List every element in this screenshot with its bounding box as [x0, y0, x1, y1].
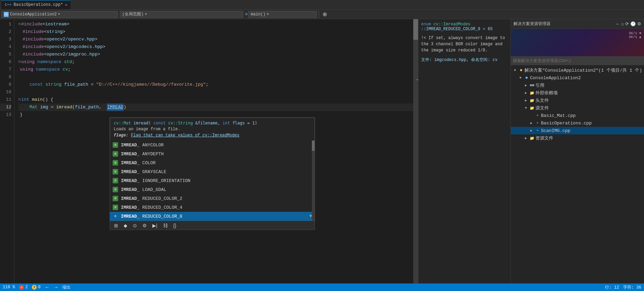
- headers-expand-icon[interactable]: ▶: [523, 98, 529, 102]
- tree-solution[interactable]: ▼ ■ 解决方案"ConsoleApplication2"(1 个项目/共 1 …: [511, 66, 644, 74]
- sidebar-actions: ← ⌂ ⟳ 🕐 ⚙: [615, 21, 641, 26]
- references-expand-icon[interactable]: ▶: [523, 83, 529, 87]
- tree-project[interactable]: ▼ ■ ConsoleApplication2: [511, 74, 644, 82]
- ac-item-1[interactable]: ≡ IMREAD_ANYDEPTH: [110, 149, 315, 158]
- tree-basic-mat[interactable]: + Basic_Mat.cpp: [511, 112, 644, 119]
- toolbar-add-button[interactable]: ⊕: [321, 10, 328, 18]
- code-line-9: const string file_path = "D://C++//kingj…: [18, 81, 413, 88]
- ext-deps-label: 外部依赖项: [535, 90, 558, 96]
- resources-expand-icon[interactable]: ▶: [523, 136, 529, 140]
- tab-close-button[interactable]: ✕: [65, 3, 67, 7]
- sidebar-settings-button[interactable]: ⚙: [637, 21, 641, 26]
- tree-external-deps[interactable]: ▶ 📁 外部依赖项: [511, 89, 644, 97]
- tree-headers[interactable]: ▶ 📁 头文件: [511, 97, 644, 104]
- code-container: 1 2 3 4 5 6 7 8 9 10 11 12 13 ⊟ #include…: [0, 19, 418, 283]
- file-tab[interactable]: C++ BasicOperations.cpp* ✕: [1, 0, 71, 9]
- code-line-7: using namespace cv;: [18, 66, 413, 73]
- ac-btn-expand[interactable]: ⊞: [113, 222, 119, 229]
- ac-icon-6: ≡: [113, 196, 118, 201]
- editor-area[interactable]: 1 2 3 4 5 6 7 8 9 10 11 12 13 ⊟ #include…: [0, 19, 418, 283]
- status-line: 行: 12: [605, 284, 619, 290]
- basic-ops-expand-icon[interactable]: ▶: [529, 121, 534, 125]
- references-icon: ■■: [529, 83, 535, 88]
- autocomplete-scrollbar[interactable]: [312, 141, 315, 221]
- ac-btn-play[interactable]: ▶|: [151, 222, 159, 229]
- tree-scan-img[interactable]: ▶ + ScanIMG.cpp: [511, 127, 644, 134]
- code-line-11: ⊟ int main() {: [18, 96, 413, 104]
- sidebar-search: [511, 56, 644, 65]
- references-label: 引用: [535, 82, 544, 88]
- nav-back-button[interactable]: ←: [45, 284, 49, 290]
- error-icon: ✕: [19, 285, 24, 290]
- function-dropdown[interactable]: main() ▼: [248, 11, 317, 18]
- sidebar-search-input[interactable]: [513, 58, 642, 63]
- collapse-11[interactable]: ⊟: [18, 96, 21, 104]
- tree-view: ▼ ■ 解决方案"ConsoleApplication2"(1 个项目/共 1 …: [511, 65, 644, 283]
- ac-item-0[interactable]: ≡ IMREAD_ANYCOLOR: [110, 141, 315, 149]
- code-line-2: #include<string>: [18, 28, 413, 36]
- tree-source-files[interactable]: ▼ 📁 源文件: [511, 104, 644, 112]
- editor-error-marker: [417, 79, 418, 80]
- scope-dropdown-arrow: ▼: [145, 13, 147, 16]
- headers-icon: 📁: [529, 98, 535, 103]
- collapse-1[interactable]: ⊟: [18, 21, 21, 28]
- solution-icon: ■: [518, 68, 524, 73]
- project-dropdown-arrow: ▼: [58, 13, 60, 16]
- tooltip-flags: flags: Flag that can take values of cv::…: [114, 133, 311, 138]
- ac-icon-5: ≡: [113, 187, 118, 192]
- warning-icon: !: [32, 285, 37, 290]
- status-left: 110 % ✕ 2 ! 0 ← → 缩出: [3, 284, 71, 290]
- headers-label: 头文件: [535, 97, 549, 104]
- ac-item-5[interactable]: ≡ IMREAD_LOAD_GDAL: [110, 185, 315, 194]
- code-line-5: #include<opencv2/imgproc.hpp>: [18, 51, 413, 58]
- tree-resources[interactable]: ▶ 📁 资源文件: [511, 134, 644, 142]
- scope-dropdown[interactable]: (全局范围) ▼: [120, 11, 243, 18]
- ac-btn-circle[interactable]: ⊙: [131, 222, 138, 229]
- ac-icon-1: ≡: [113, 151, 118, 157]
- ac-item-4[interactable]: ≡ IMREAD_IGNORE_ORIENTATION: [110, 176, 315, 185]
- ac-icon-8: ≡: [113, 214, 118, 219]
- ac-scroll-down[interactable]: ▼: [310, 214, 312, 219]
- tree-basic-operations[interactable]: ▶ + BasicOperations.cpp: [511, 119, 644, 127]
- ac-icon-7: ≡: [113, 205, 118, 210]
- project-expand-icon[interactable]: ▼: [518, 76, 523, 80]
- sidebar-header: 解决方案资源管理器 ← ⌂ ⟳ 🕐 ⚙: [511, 19, 644, 29]
- sidebar-home-button[interactable]: ⌂: [621, 21, 624, 26]
- collapse-6[interactable]: ⊟: [18, 58, 21, 66]
- sidebar-sync-button[interactable]: ⟳: [625, 21, 629, 26]
- warning-count[interactable]: ! 0: [32, 285, 40, 290]
- ac-icon-0: ≡: [113, 142, 118, 148]
- ac-btn-gear[interactable]: ⚙: [141, 222, 148, 229]
- source-files-label: 源文件: [535, 105, 549, 111]
- source-files-expand-icon[interactable]: ▼: [523, 106, 529, 110]
- ac-item-6[interactable]: ≡ IMREAD_REDUCED_COLOR_2: [110, 194, 315, 203]
- project-dropdown-label: ConsoleApplication2: [10, 12, 57, 17]
- code-line-6: ⊟ using namespace std;: [18, 58, 413, 66]
- scan-img-expand-icon[interactable]: ▶: [529, 129, 534, 133]
- nav-forward-button[interactable]: →: [53, 284, 58, 290]
- toolbar-separator: [319, 11, 319, 18]
- ac-item-8[interactable]: ≡ IMREAD_REDUCED_COLOR_8 ▼: [110, 212, 315, 221]
- ac-btn-braces[interactable]: {}: [172, 222, 178, 229]
- editor-scrollbar-thumb: [413, 19, 418, 40]
- sidebar-clock-button[interactable]: 🕐: [630, 21, 636, 26]
- error-count[interactable]: ✕ 2: [19, 285, 28, 290]
- banner-text: 0K/s ▼0K/s ▲: [629, 32, 641, 39]
- solution-explorer: 解决方案资源管理器 ← ⌂ ⟳ 🕐 ⚙ 0K/s ▼0K/s ▲ ▼ ■ 解决方…: [510, 19, 644, 283]
- tab-label: BasicOperations.cpp*: [14, 2, 63, 7]
- solution-expand-icon[interactable]: ▼: [512, 69, 518, 72]
- code-line-10: [18, 88, 413, 96]
- tree-references[interactable]: ▶ ■■ 引用: [511, 82, 644, 89]
- code-line-3: #include<opencv2/opencv.hpp>: [18, 36, 413, 43]
- status-right: 行: 12 字符: 36: [605, 284, 641, 290]
- ac-btn-link[interactable]: ⛓: [162, 222, 169, 229]
- ac-item-3[interactable]: ≡ IMREAD_GRAYSCALE: [110, 167, 315, 176]
- scope-dropdown-label: (全局范围): [122, 11, 143, 17]
- ext-deps-expand-icon[interactable]: ▶: [523, 91, 529, 95]
- project-dropdown[interactable]: ■ ConsoleApplication2 ▼: [1, 11, 118, 18]
- sidebar-back-button[interactable]: ←: [615, 21, 620, 26]
- editor-scrollbar[interactable]: [413, 19, 418, 283]
- ac-item-2[interactable]: ≡ IMREAD_COLOR: [110, 158, 315, 167]
- ac-item-7[interactable]: ≡ IMREAD_REDUCED_COLOR_4: [110, 203, 315, 212]
- ac-btn-diamond[interactable]: ◆: [122, 222, 129, 229]
